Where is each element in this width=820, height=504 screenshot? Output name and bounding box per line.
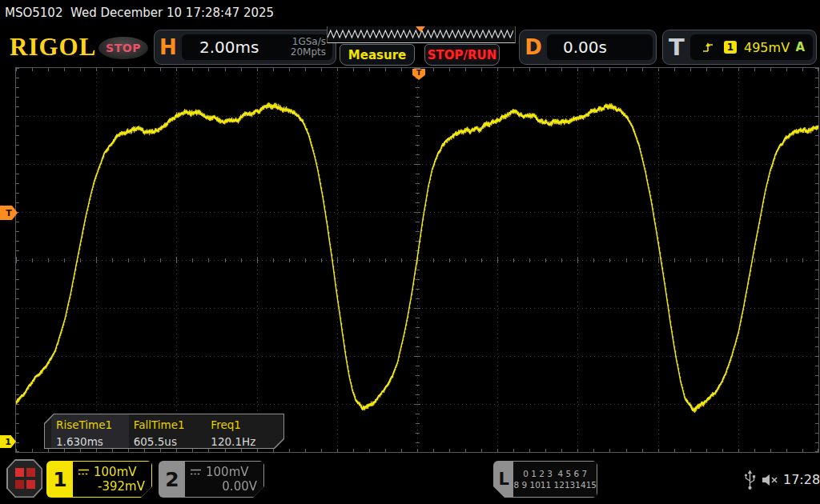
waveform-display[interactable] [16,68,818,452]
measurement-value: 1.630ms [56,435,129,448]
measurement-panel[interactable]: RiseTime1 1.630ms FallTime1 605.5us Freq… [44,414,284,449]
delay-values: 0.00s [547,34,653,60]
measurement-falltime: FallTime1 605.5us [129,414,207,448]
acquisition-info: 1GSa/s 20Mpts [291,37,326,58]
stop-run-button[interactable]: STOP/RUN [424,44,500,66]
memory-depth: 20Mpts [291,46,326,58]
dc-coupling-icon [190,468,202,476]
channel2-tab[interactable]: 2 100mV 0.00V [159,461,264,498]
osd-status-line: MSO5102 Wed December 10 17:28:47 2025 [5,6,274,20]
run-state-badge: STOP [98,37,148,59]
logic-channels-tab[interactable]: L 0 1 2 3 4 5 6 7 8 9 1011 12131415 [493,461,597,498]
trigger-label: T [663,34,690,61]
dc-coupling-icon [78,468,90,476]
nav-grid-icon [8,461,42,497]
horizontal-label: H [155,35,182,59]
channel1-ground-marker[interactable]: 1 [0,435,16,448]
measurement-value: 120.1Hz [211,435,283,448]
trigger-panel[interactable]: T 1 495mV A [662,30,817,65]
usb-icon [744,470,756,490]
trigger-values: 1 495mV A [690,34,813,60]
channel1-tab[interactable]: 1 100mV -392mV [46,461,152,498]
measurement-label: FallTime1 [134,418,207,431]
channel1-scale: 100mV [94,465,137,479]
measurement-label: Freq1 [211,418,283,431]
run-state-label: STOP [106,42,141,54]
logic-row2: 8 9 1011 12131415 [513,479,597,490]
oscilloscope-screen: MSO5102 Wed December 10 17:28:47 2025 RI… [0,0,820,504]
timebase-value: 2.00ms [199,38,259,57]
clock: 17:28 [783,472,820,487]
trigger-mode: A [795,40,805,54]
delay-value: 0.00s [563,38,607,57]
trigger-level-value: 495mV [744,40,790,55]
channel2-offset: 0.00V [190,479,257,494]
measurement-freq: Freq1 120.1Hz [206,414,283,448]
graticule [15,67,819,453]
sample-rate: 1GSa/s [292,36,326,47]
rising-edge-icon [701,41,714,54]
trigger-source-badge: 1 [724,41,737,54]
channel1-offset: -392mV [78,479,145,494]
preview-trigger-marker[interactable] [416,26,425,32]
delay-label: D [520,35,547,59]
logic-label: L [494,462,513,497]
nav-menu-button[interactable] [6,459,42,498]
measurement-label: RiseTime1 [56,418,129,431]
horizontal-panel[interactable]: H 2.00ms 1GSa/s 20Mpts [154,30,336,65]
channel2-scale: 100mV [206,465,249,479]
measure-button[interactable]: Measure [340,44,415,66]
channel2-number: 2 [159,462,185,497]
measurement-risetime: RiseTime1 1.630ms [51,414,129,448]
measurement-value: 605.5us [134,435,207,448]
speaker-muted-icon [761,473,779,487]
channel1-number: 1 [47,462,73,497]
delay-panel[interactable]: D 0.00s [519,30,657,65]
rigol-logo: RIGOL [10,33,96,62]
logic-row1: 0 1 2 3 4 5 6 7 [523,468,587,479]
horizontal-values: 2.00ms 1GSa/s 20Mpts [182,34,332,60]
